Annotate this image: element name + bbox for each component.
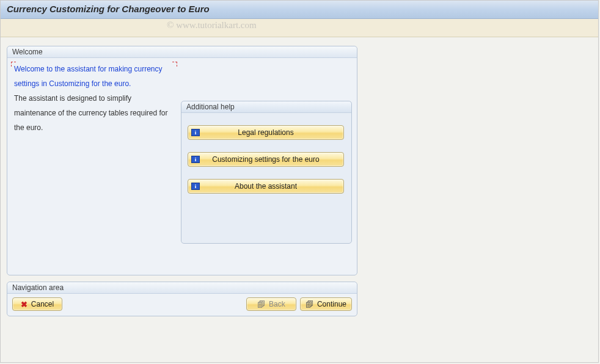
about-assistant-button[interactable]: i About the assistant xyxy=(188,179,344,194)
legal-regulations-button[interactable]: i Legal regulations xyxy=(188,125,344,140)
info-icon: i xyxy=(191,182,200,191)
additional-help-buttons: i Legal regulations i Customizing settin… xyxy=(181,113,351,200)
selection-corner-tr-icon xyxy=(172,62,177,67)
continue-button[interactable]: 🗐 Continue xyxy=(300,297,352,311)
info-icon: i xyxy=(191,155,200,164)
content-area: Welcome Welcome to the assistant for mak… xyxy=(1,37,598,316)
legal-regulations-label: Legal regulations xyxy=(238,128,293,137)
additional-help-title: Additional help xyxy=(181,101,351,113)
welcome-body: Welcome to the assistant for making curr… xyxy=(7,58,357,247)
title-bar: Currency Customizing for Changeover to E… xyxy=(1,1,598,19)
navigation-groupbox: Navigation area ✖ Cancel 🗐 Back 🗐 Contin… xyxy=(7,282,357,316)
navigation-title: Navigation area xyxy=(7,282,357,294)
back-button: 🗐 Back xyxy=(246,297,296,311)
cancel-icon: ✖ xyxy=(21,300,27,309)
customizing-settings-button[interactable]: i Customizing settings for the euro xyxy=(188,152,344,167)
about-assistant-label: About the assistant xyxy=(235,182,297,191)
navigation-right-group: 🗐 Back 🗐 Continue xyxy=(246,297,352,311)
additional-help-groupbox: Additional help i Legal regulations i Cu… xyxy=(181,101,352,244)
welcome-intro-highlight: Welcome to the assistant for making curr… xyxy=(14,65,163,88)
welcome-intro-rest: The assistant is designed to simplify ma… xyxy=(14,94,167,132)
continue-label: Continue xyxy=(317,300,346,308)
page-title: Currency Customizing for Changeover to E… xyxy=(7,4,592,14)
continue-page-icon: 🗐 xyxy=(305,300,313,309)
application-toolbar xyxy=(1,19,598,37)
window-frame: Currency Customizing for Changeover to E… xyxy=(0,0,599,363)
welcome-text: Welcome to the assistant for making curr… xyxy=(11,62,181,244)
back-page-icon: 🗐 xyxy=(257,300,265,309)
customizing-settings-label: Customizing settings for the euro xyxy=(212,155,319,164)
cancel-label: Cancel xyxy=(31,300,54,308)
cancel-button[interactable]: ✖ Cancel xyxy=(12,297,62,311)
info-icon: i xyxy=(191,128,200,137)
navigation-body: ✖ Cancel 🗐 Back 🗐 Continue xyxy=(7,294,357,316)
welcome-groupbox-title: Welcome xyxy=(7,46,357,58)
selection-corner-tl-icon xyxy=(11,62,16,67)
back-label: Back xyxy=(269,300,285,308)
welcome-groupbox: Welcome Welcome to the assistant for mak… xyxy=(7,46,357,275)
